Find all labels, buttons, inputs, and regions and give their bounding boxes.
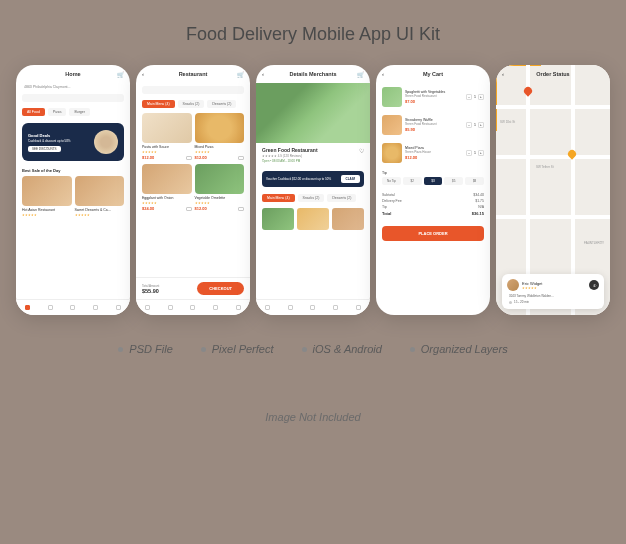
item-restaurant: Green Pizza House [405, 150, 463, 154]
tab-snacks[interactable]: Snacks (2) [178, 100, 205, 108]
nav-explore[interactable] [287, 305, 293, 311]
category-chips: All Food Pizza Burger [16, 105, 130, 119]
qty-plus-button[interactable]: + [478, 150, 484, 156]
map[interactable]: SW 10st St SW Tether St FAUNTLEROY Eric … [496, 65, 610, 315]
search-input[interactable] [142, 86, 244, 94]
back-icon[interactable]: ‹ [502, 71, 504, 77]
food-image[interactable] [297, 208, 329, 230]
nav-profile[interactable] [236, 305, 242, 311]
nav-home[interactable] [24, 305, 30, 311]
qty-plus-button[interactable]: + [478, 122, 484, 128]
back-icon[interactable]: ‹ [382, 71, 384, 77]
item-price: $5.90 [405, 127, 463, 132]
qty-minus-button[interactable]: - [466, 94, 472, 100]
search-input[interactable] [22, 94, 124, 102]
add-to-cart-icon[interactable] [238, 156, 244, 160]
total-label: Total Amount [142, 284, 159, 288]
food-card[interactable]: Sweet Desserts & Ca... ★★★★★ [75, 176, 125, 217]
cart-icon[interactable]: 🛒 [357, 71, 364, 78]
food-card[interactable]: Pasta with Sauce ★★★★★ $12.00 [142, 113, 192, 160]
nav-favorites[interactable] [213, 305, 219, 311]
item-name: Mixed Pizza [405, 146, 463, 150]
qty-minus-button[interactable]: - [466, 122, 472, 128]
back-icon[interactable]: ‹ [262, 71, 264, 77]
total-amount: $36.15 [472, 211, 484, 216]
tab-main-menu[interactable]: Main Menu (4) [142, 100, 175, 108]
delivery-address: 3243 Tommy Widdleton Walden... [507, 294, 599, 298]
claim-button[interactable]: CLAIM [341, 175, 361, 183]
food-card[interactable]: Vegetable Omelette ★★★★★ $12.00 [195, 164, 245, 211]
rating-stars: ★★★★★ [22, 213, 72, 217]
food-image[interactable] [332, 208, 364, 230]
food-name: Hot Asian Restaurant [22, 208, 72, 212]
bullet-icon [410, 347, 415, 352]
address-text[interactable]: 4863 Philadelphia Claymont... [16, 83, 130, 91]
cart-icon[interactable]: 🛒 [117, 71, 124, 78]
food-card[interactable]: Mixed Pizza ★★★★★ $12.00 [195, 113, 245, 160]
nav-orders[interactable] [70, 305, 76, 311]
qty-value: 1 [474, 123, 476, 127]
tip-option[interactable]: No Tip [382, 177, 401, 185]
nav-explore[interactable] [47, 305, 53, 311]
tip-option[interactable]: $8 [465, 177, 484, 185]
tip-option[interactable]: $5 [444, 177, 463, 185]
nav-favorites[interactable] [333, 305, 339, 311]
add-to-cart-icon[interactable] [238, 207, 244, 211]
food-image [142, 113, 192, 143]
qty-value: 1 [474, 151, 476, 155]
tab-desserts[interactable]: Desserts (2) [207, 100, 236, 108]
nav-explore[interactable] [167, 305, 173, 311]
summary-label: Subtotal [382, 193, 395, 197]
nav-orders[interactable] [310, 305, 316, 311]
merchant-rating: ★★★★★ 4.9 (120 Reviews) [262, 154, 364, 158]
back-icon[interactable]: ‹ [142, 71, 144, 77]
qty-minus-button[interactable]: - [466, 150, 472, 156]
food-card[interactable]: Hot Asian Restaurant ★★★★★ [22, 176, 72, 217]
food-image [22, 176, 72, 206]
driver-rating: ★★★★★ [522, 286, 542, 290]
add-to-cart-icon[interactable] [186, 207, 192, 211]
feature-item: Pixel Perfect [201, 343, 274, 355]
bullet-icon [302, 347, 307, 352]
item-restaurant: Green Food Restaurant [405, 122, 463, 126]
add-to-cart-icon[interactable] [186, 156, 192, 160]
chip-burger[interactable]: Burger [69, 108, 90, 116]
feature-item: iOS & Android [302, 343, 382, 355]
food-card[interactable]: Eggplant with Onion ★★★★★ $24.00 [142, 164, 192, 211]
nav-home[interactable] [144, 305, 150, 311]
rating-stars: ★★★★★ [75, 213, 125, 217]
screen-title: Details Merchants [289, 71, 336, 77]
cart-icon[interactable]: 🛒 [237, 71, 244, 78]
tab-snacks[interactable]: Snacks (2) [298, 194, 325, 202]
tip-option[interactable]: $2 [403, 177, 422, 185]
merchant-hero-image [256, 83, 370, 143]
food-name: Vegetable Omelette [195, 196, 245, 200]
nav-profile[interactable] [356, 305, 362, 311]
call-button[interactable]: ✆ [589, 280, 599, 290]
food-image[interactable] [262, 208, 294, 230]
nav-favorites[interactable] [93, 305, 99, 311]
food-name: Mixed Pizza [195, 145, 245, 149]
price: $24.00 [142, 206, 154, 211]
tab-desserts[interactable]: Desserts (2) [327, 194, 356, 202]
item-restaurant: Green Food Restaurant [405, 94, 463, 98]
menu-tabs: Main Menu (4) Snacks (2) Desserts (2) [256, 191, 370, 205]
favorite-icon[interactable]: ♡ [359, 147, 364, 154]
chip-all-food[interactable]: All Food [22, 108, 45, 116]
deals-banner[interactable]: Good Deals Cashback & discount up to 50%… [22, 123, 124, 161]
place-order-button[interactable]: PLACE ORDER [382, 226, 484, 241]
nav-profile[interactable] [116, 305, 122, 311]
see-discounts-button[interactable]: SEE DISCOUNTS [28, 146, 61, 152]
checkout-button[interactable]: CHECKOUT [197, 282, 244, 295]
nav-orders[interactable] [190, 305, 196, 311]
bullet-icon [201, 347, 206, 352]
tab-main-menu[interactable]: Main Menu (4) [262, 194, 295, 202]
nav-home[interactable] [264, 305, 270, 311]
item-name: Spaghetti with Vegetables [405, 90, 463, 94]
chip-pizza[interactable]: Pizza [48, 108, 67, 116]
bullet-icon [118, 347, 123, 352]
qty-plus-button[interactable]: + [478, 94, 484, 100]
page-title: Food Delivery Mobile App UI Kit [186, 24, 440, 45]
voucher-banner: Voucher Cashback $12.00 or discount up t… [262, 171, 364, 187]
tip-option[interactable]: $3 [424, 177, 443, 185]
